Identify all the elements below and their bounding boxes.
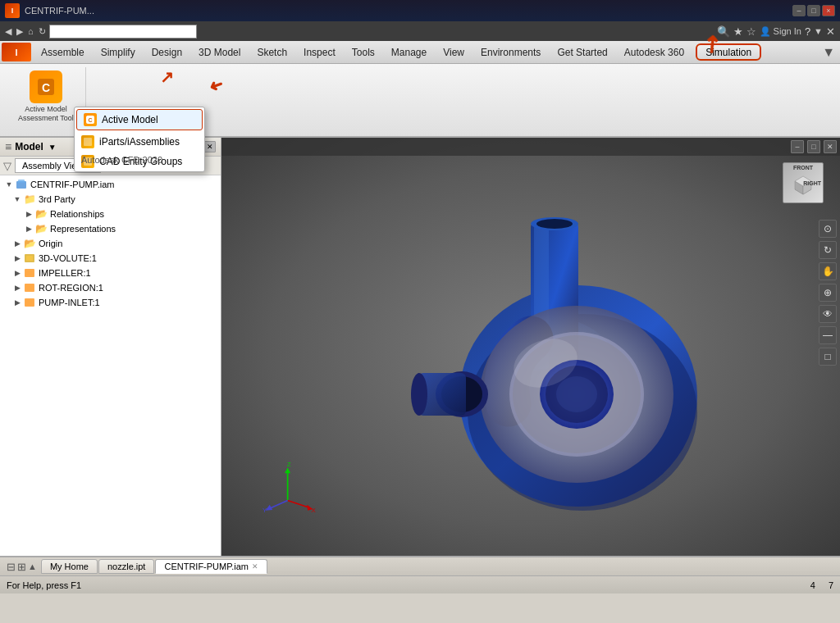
ribbon: C Active ModelAssessment Tool C Active M… — [0, 64, 840, 138]
tree-relationships[interactable]: ▶ 📂 Relationships — [0, 207, 221, 221]
minimize-button[interactable]: – — [792, 5, 806, 16]
measure-btn[interactable]: — — [819, 326, 837, 344]
tree-root[interactable]: ▼ CENTRIF-PUMP.iam — [0, 177, 221, 192]
status-bar: For Help, press F1 4 7 — [0, 575, 840, 593]
dropdown-active-model[interactable]: C Active Model — [76, 109, 203, 130]
filter-icon[interactable]: ▽ — [3, 160, 11, 172]
panel-dropdown-icon[interactable]: ▼ — [48, 143, 57, 152]
tab-nozzle[interactable]: nozzle.ipt — [98, 559, 154, 574]
viewport-minimize-btn[interactable]: – — [791, 140, 804, 153]
tree-pump-inlet[interactable]: ▶ PUMP-INLET:1 — [0, 295, 221, 310]
tree-3dvolute[interactable]: ▶ 3D-VOLUTE:1 — [0, 251, 221, 266]
tree-3rdparty[interactable]: ▼ 📁 3rd Party — [0, 192, 221, 207]
menu-items: Assemble Simplify Design 3D Model Sketch… — [33, 41, 765, 63]
tab-centrif-pump[interactable]: CENTRIF-PUMP.iam ✕ — [155, 559, 267, 574]
menu-design[interactable]: Design — [144, 41, 190, 63]
zoom-fit-btn[interactable]: ⊙ — [819, 220, 837, 238]
viewport-restore-btn[interactable]: □ — [807, 140, 820, 153]
tree-impeller[interactable]: ▶ IMPELLER:1 — [0, 266, 221, 280]
menu-tools[interactable]: Tools — [344, 41, 383, 63]
title-bar: I CENTRIF-PUM... – □ × — [0, 0, 840, 21]
menu-view[interactable]: View — [435, 41, 472, 63]
menu-3dmodel[interactable]: 3D Model — [190, 41, 249, 63]
iparts-icon — [81, 135, 94, 148]
3dvolute-expander[interactable]: ▶ — [11, 252, 23, 264]
menu-get-started[interactable]: Get Started — [549, 41, 615, 63]
tree-rot-region[interactable]: ▶ ROT-REGION:1 — [0, 280, 221, 295]
origin-expander[interactable]: ▶ — [11, 238, 23, 249]
tree-origin[interactable]: ▶ 📂 Origin — [0, 236, 221, 251]
section-btn[interactable]: □ — [819, 348, 837, 366]
home-btn[interactable]: ⌂ — [28, 26, 34, 36]
pump-inlet-expander[interactable]: ▶ — [11, 297, 23, 308]
menu-autodesk360[interactable]: Autodesk 360 — [616, 41, 692, 63]
svg-rect-9 — [26, 256, 33, 261]
maximize-button[interactable]: □ — [807, 5, 820, 16]
orbit-btn[interactable]: ↻ — [819, 241, 837, 259]
representations-icon: 📂 — [34, 222, 48, 235]
assembly-icon — [15, 178, 28, 191]
3rdparty-expander[interactable]: ▼ — [11, 193, 23, 205]
pan-btn[interactable]: ✋ — [819, 262, 837, 280]
tab-my-home[interactable]: My Home — [41, 559, 98, 574]
viewport[interactable]: – □ ✕ — [221, 138, 840, 556]
menu-environments[interactable]: Environments — [472, 41, 549, 63]
user-sign-in[interactable]: 👤 Sign In — [760, 26, 801, 37]
refresh-btn[interactable]: ↻ — [39, 26, 46, 37]
viewport-close-btn[interactable]: ✕ — [824, 140, 837, 153]
active-model-icon: C — [84, 113, 97, 126]
star-icon[interactable]: ★ — [733, 25, 743, 38]
zoom-btn[interactable]: ⊕ — [819, 284, 837, 302]
menu-sketch[interactable]: Sketch — [249, 41, 295, 63]
status-right: 4 7 — [810, 580, 833, 590]
svg-rect-7 — [18, 180, 25, 183]
tab-centrif-pump-close[interactable]: ✕ — [252, 562, 258, 571]
tab-centrif-pump-label: CENTRIF-PUMP.iam — [164, 562, 248, 571]
close-search-icon[interactable]: ✕ — [826, 25, 835, 38]
options-icon[interactable]: ▼ — [814, 26, 823, 36]
representations-expander[interactable]: ▶ — [23, 223, 34, 234]
root-expander[interactable]: ▼ — [3, 179, 15, 190]
rot-region-expander[interactable]: ▶ — [11, 282, 23, 293]
more-menu-icon[interactable]: ▼ — [822, 45, 835, 60]
pump-3d-model — [373, 158, 751, 535]
favorites-icon[interactable]: ☆ — [746, 25, 756, 38]
tab-scroll-up-btn[interactable]: ▲ — [28, 562, 37, 571]
svg-text:C: C — [42, 81, 50, 94]
tree-root-label: CENTRIF-PUMP.iam — [30, 180, 114, 189]
look-at-btn[interactable]: 👁 — [819, 305, 837, 323]
svg-line-40 — [288, 501, 309, 508]
impeller-expander[interactable]: ▶ — [11, 267, 23, 279]
cfd-version-label: Autodesk CFD 2020 — [81, 155, 162, 165]
close-button[interactable]: × — [822, 5, 835, 16]
nav-cube[interactable]: FRONT RIGHT — [783, 162, 832, 211]
dropdown-menu: C Active Model iParts/iAssemblies CAD En… — [74, 107, 205, 172]
dropdown-iparts[interactable]: iParts/iAssemblies — [75, 132, 204, 152]
svg-rect-11 — [26, 271, 33, 275]
back-btn[interactable]: ◀ — [5, 26, 11, 37]
search-icon[interactable]: 🔍 — [717, 25, 730, 38]
model-panel-title: Model — [15, 141, 43, 152]
forward-btn[interactable]: ▶ — [16, 26, 23, 37]
svg-rect-4 — [84, 138, 92, 146]
relationships-expander[interactable]: ▶ — [23, 208, 34, 220]
menu-assemble[interactable]: Assemble — [33, 41, 93, 63]
assessment-btn-label: Active ModelAssessment Tool — [18, 105, 74, 123]
iparts-label: iParts/iAssemblies — [99, 136, 180, 148]
rot-region-icon — [23, 281, 36, 294]
relationships-icon: 📂 — [34, 207, 48, 221]
menu-simplify[interactable]: Simplify — [93, 41, 144, 63]
menu-inspect[interactable]: Inspect — [295, 41, 344, 63]
svg-text:Z: Z — [287, 461, 291, 468]
panel-close-btn[interactable]: ✕ — [204, 141, 216, 152]
svg-point-32 — [411, 373, 427, 416]
3dvolute-icon — [23, 252, 36, 265]
tab-view-btn-2[interactable]: ⊞ — [17, 561, 26, 573]
help-icon[interactable]: ? — [805, 25, 810, 38]
tree-pump-inlet-label: PUMP-INLET:1 — [39, 298, 100, 307]
menu-manage[interactable]: Manage — [383, 41, 435, 63]
tab-view-btn-1[interactable]: ⊟ — [7, 561, 16, 573]
search-input[interactable] — [49, 25, 197, 39]
tree-representations[interactable]: ▶ 📂 Representations — [0, 221, 221, 236]
active-model-assessment-btn[interactable]: C Active ModelAssessment Tool — [13, 67, 79, 126]
